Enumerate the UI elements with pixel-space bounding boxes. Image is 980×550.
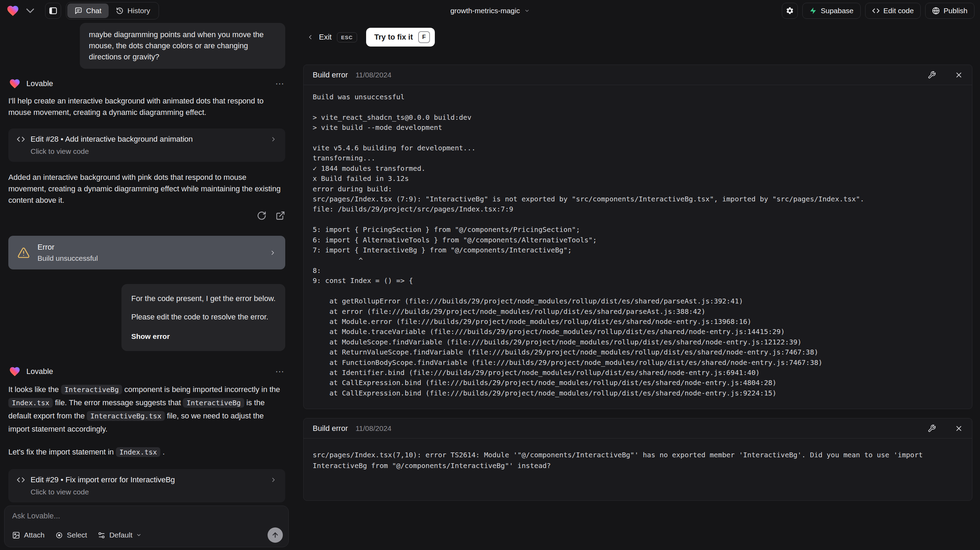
build-error-card-2: Build error 11/08/2024 src/pages/Index.t… xyxy=(303,418,972,501)
card-title: Build error xyxy=(313,70,348,80)
globe-icon xyxy=(932,7,940,14)
try-to-fix-label: Try to fix it xyxy=(374,33,413,41)
supabase-label: Supabase xyxy=(821,6,854,15)
edit-code-label: Edit code xyxy=(883,6,914,15)
error-card-texts: Error Build unsuccessful xyxy=(38,243,98,263)
edit-card-29[interactable]: Edit #29 • Fix import error for Interact… xyxy=(8,469,285,502)
inline-code: InteractiveBg xyxy=(183,398,244,408)
try-to-fix-button[interactable]: Try to fix it F xyxy=(366,28,435,46)
history-icon xyxy=(116,7,124,14)
composer: Attach Select Default xyxy=(4,505,289,547)
assistant-paragraph: Let's fix the import statement in Index.… xyxy=(8,445,285,459)
chevron-down-icon xyxy=(524,8,530,14)
card-header-actions xyxy=(928,71,963,79)
composer-input[interactable] xyxy=(12,512,281,527)
build-error-message: src/pages/Index.tsx(7,10): error TS2614:… xyxy=(304,438,972,478)
chevron-right-icon xyxy=(270,477,277,483)
chat-history-tabs: Chat History xyxy=(66,2,159,19)
inline-code: InteractiveBg.tsx xyxy=(87,411,165,421)
message-actions xyxy=(8,211,285,220)
lovable-heart-icon xyxy=(8,366,21,378)
panel-left-icon xyxy=(49,6,57,15)
assistant-paragraph: I'll help create an interactive backgrou… xyxy=(8,95,285,118)
card-title: Build error xyxy=(313,424,348,433)
edit-card-28[interactable]: Edit #28 • Add interactive background an… xyxy=(8,129,285,162)
model-selector[interactable]: Default xyxy=(97,531,142,539)
select-button[interactable]: Select xyxy=(55,531,87,539)
lovable-heart-icon xyxy=(8,78,21,89)
error-view-toolbar: Exit ESC Try to fix it F xyxy=(307,28,435,46)
code-icon xyxy=(17,476,25,484)
model-label: Default xyxy=(109,531,132,539)
error-card-title: Error xyxy=(38,243,98,252)
user-message-text: maybe diagramming points and when you mo… xyxy=(89,30,264,61)
close-icon[interactable] xyxy=(955,424,963,433)
external-link-icon[interactable] xyxy=(275,211,285,220)
project-title: growth-metrics-magic xyxy=(450,6,520,15)
warning-triangle-icon xyxy=(18,247,30,259)
error-card[interactable]: Error Build unsuccessful xyxy=(8,236,285,269)
edit-card-title: Edit #29 • Fix import error for Interact… xyxy=(30,475,175,485)
edit-card-subtitle: Click to view code xyxy=(30,147,277,156)
assistant-header: Lovable ⋯ xyxy=(8,366,285,378)
tab-history[interactable]: History xyxy=(109,3,157,18)
wrench-icon[interactable] xyxy=(928,71,936,79)
sidebar-toggle-button[interactable] xyxy=(45,3,61,19)
message-menu-button[interactable]: ⋯ xyxy=(275,80,285,87)
send-button[interactable] xyxy=(267,528,283,543)
project-menu[interactable] xyxy=(6,4,38,18)
attach-button[interactable]: Attach xyxy=(12,531,45,539)
edit-card-subtitle: Click to view code xyxy=(30,488,277,496)
inline-code: InteractiveBg xyxy=(61,385,123,394)
supabase-bolt-icon xyxy=(809,7,817,14)
card-header: Build error 11/08/2024 xyxy=(304,418,972,438)
chevron-left-icon xyxy=(307,33,314,41)
chevron-right-icon xyxy=(270,136,277,143)
user-message: maybe diagramming points and when you mo… xyxy=(80,23,285,69)
topbar-actions: Supabase Edit code Publish xyxy=(782,3,974,19)
build-error-card-1: Build error 11/08/2024 Build was unsucce… xyxy=(303,65,972,409)
arrow-up-icon xyxy=(271,531,279,539)
chevron-down-icon xyxy=(136,532,142,538)
edit-code-button[interactable]: Edit code xyxy=(865,3,921,19)
card-header-actions xyxy=(928,424,963,433)
publish-label: Publish xyxy=(943,6,967,15)
tab-chat[interactable]: Chat xyxy=(67,3,109,18)
wrench-icon[interactable] xyxy=(928,424,936,433)
inline-code: Index.tsx xyxy=(8,398,53,408)
sliders-icon xyxy=(97,531,105,539)
top-bar: Chat History growth-metrics-magic xyxy=(0,0,980,22)
message-menu-button[interactable]: ⋯ xyxy=(275,368,285,375)
attach-label: Attach xyxy=(24,531,45,539)
code-icon xyxy=(872,7,880,14)
esc-key-badge: ESC xyxy=(337,32,357,42)
chat-icon xyxy=(75,7,82,14)
tab-chat-label: Chat xyxy=(86,6,101,15)
exit-label: Exit xyxy=(319,33,332,41)
card-date: 11/08/2024 xyxy=(355,71,391,79)
settings-button[interactable] xyxy=(782,3,798,19)
project-title-dropdown[interactable]: growth-metrics-magic xyxy=(450,0,530,22)
error-card-subtitle: Build unsuccessful xyxy=(38,254,98,263)
supabase-button[interactable]: Supabase xyxy=(802,3,861,19)
user-message: For the code present, I get the error be… xyxy=(121,284,285,351)
chat-panel: maybe diagramming points and when you mo… xyxy=(0,22,294,550)
card-date: 11/08/2024 xyxy=(355,424,391,433)
assistant-header: Lovable ⋯ xyxy=(8,78,285,89)
card-header: Build error 11/08/2024 xyxy=(304,65,972,85)
code-icon xyxy=(17,135,25,143)
restore-rotate-icon[interactable] xyxy=(257,211,267,220)
inline-code: Index.tsx xyxy=(116,447,160,457)
exit-button[interactable]: Exit ESC xyxy=(307,32,357,42)
user-message-text: Please edit the code to resolve the erro… xyxy=(131,311,275,322)
publish-button[interactable]: Publish xyxy=(925,3,974,19)
assistant-name: Lovable xyxy=(26,79,53,88)
user-message-text: For the code present, I get the error be… xyxy=(131,293,275,304)
image-icon xyxy=(12,531,20,539)
chevron-down-icon xyxy=(23,4,38,18)
edit-card-title: Edit #28 • Add interactive background an… xyxy=(30,135,193,144)
close-icon[interactable] xyxy=(955,71,963,79)
f-key-badge: F xyxy=(418,31,430,43)
gear-icon xyxy=(786,6,794,15)
show-error-link[interactable]: Show error xyxy=(131,331,275,342)
